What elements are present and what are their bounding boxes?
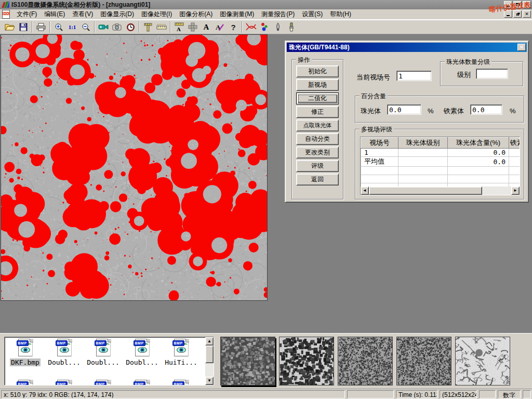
operations-group: 操作 初始化 新视场 二值化 修正 点取珠光体 自动分类 更改类别 评级 返回 — [291, 59, 343, 200]
file-item[interactable]: BMP — [45, 380, 84, 385]
pen-icon[interactable] — [271, 21, 285, 33]
menu-settings[interactable]: 设置(S) — [298, 9, 326, 20]
thumbnail-4[interactable] — [396, 337, 451, 385]
scroll-left-icon[interactable]: ◄ — [361, 187, 369, 195]
menu-image-display[interactable]: 图像显示(D) — [97, 9, 138, 20]
file-name[interactable]: DKF.bmp — [10, 358, 41, 366]
scrollbar-thumb[interactable] — [205, 345, 214, 363]
file-item[interactable]: BMP — [162, 380, 201, 385]
mdi-restore-button[interactable] — [513, 10, 522, 18]
zoom-out-icon[interactable] — [79, 21, 92, 33]
dialog-close-icon[interactable]: ✕ — [517, 44, 526, 51]
window-title: IS100显微摄像系统(金相分析版) - [zhuguangti01] — [11, 1, 150, 9]
bmp-file-icon: BMP — [172, 380, 190, 385]
file-item[interactable]: BMP — [123, 380, 162, 385]
cell — [398, 157, 448, 167]
file-item[interactable]: BMP — [6, 380, 45, 385]
rate-button[interactable]: 评级 — [296, 160, 339, 172]
file-name[interactable]: Doubl... — [86, 358, 121, 366]
table-row[interactable]: 1 0.0 — [361, 149, 521, 157]
file-name[interactable]: Doubl... — [125, 358, 159, 366]
video-camera-icon[interactable] — [97, 21, 110, 33]
binarize-button[interactable]: 二值化 — [296, 92, 339, 104]
pick-pearlite-button[interactable]: 点取珠光体 — [296, 119, 339, 131]
auto-classify-button[interactable]: 自动分类 — [296, 133, 339, 145]
zoom-in-icon[interactable] — [52, 21, 65, 33]
return-button[interactable]: 返回 — [296, 174, 339, 185]
file-item[interactable]: BMP DKF.bmp — [6, 339, 45, 366]
actual-size-icon[interactable]: 1:1 — [65, 21, 79, 33]
color-dots-icon[interactable] — [258, 21, 271, 33]
pearlite-input[interactable] — [387, 104, 421, 115]
file-item[interactable]: BMP Doubl... — [84, 339, 123, 366]
bmp-file-icon: BMP — [95, 339, 112, 357]
correct-button[interactable]: 修正 — [296, 106, 339, 118]
file-vscrollbar[interactable]: ▲ ▼ — [205, 337, 214, 385]
file-item[interactable]: BMP Doubl... — [123, 339, 162, 366]
menu-image-process[interactable]: 图像处理(I) — [138, 9, 176, 20]
scroll-down-icon[interactable]: ▼ — [205, 377, 214, 385]
capture-icon[interactable] — [110, 21, 124, 33]
scroll-right-icon[interactable]: ► — [511, 187, 520, 195]
help-icon[interactable]: ? — [227, 21, 240, 33]
table-row[interactable] — [361, 167, 521, 175]
save-icon[interactable] — [17, 21, 30, 33]
current-field-input[interactable] — [396, 71, 432, 81]
toolbar-separator — [242, 21, 243, 33]
clock-icon[interactable] — [124, 21, 137, 33]
file-name[interactable]: Doubl... — [47, 358, 82, 366]
workspace-background: 珠光体(GB/T9441-88) ✕ 操作 初始化 新视场 二值化 修正 点取珠… — [0, 34, 532, 333]
new-field-button[interactable]: 新视场 — [296, 79, 339, 91]
measure-text-icon[interactable]: A — [172, 21, 186, 33]
operations-group-label: 操作 — [296, 56, 312, 64]
dialog-title: 珠光体(GB/T9441-88) — [289, 43, 350, 52]
annotate-icon[interactable]: A — [213, 21, 227, 33]
thumbnail-2[interactable] — [279, 337, 334, 385]
thumbnail-5[interactable] — [455, 337, 510, 385]
grading-group: 珠光体数量分级 级别 — [440, 61, 523, 86]
ferrite-input[interactable] — [470, 104, 502, 115]
change-class-button[interactable]: 更改类别 — [296, 147, 339, 158]
menu-view[interactable]: 查看(V) — [69, 9, 97, 20]
status-bar: x: 510 y: 79 idx: 0 RGB: (174, 174, 174)… — [0, 389, 532, 399]
caliper-icon[interactable] — [141, 21, 155, 33]
title-bar: IS100显微摄像系统(金相分析版) - [zhuguangti01] ✕ — [0, 0, 532, 9]
menu-measure-report[interactable]: 测量报告(P) — [258, 9, 298, 20]
menu-image-analysis[interactable]: 图像分析(A) — [176, 9, 216, 20]
table-hscrollbar[interactable]: ◄ ► — [361, 187, 520, 195]
cell — [509, 149, 521, 157]
open-icon[interactable] — [3, 21, 17, 33]
menu-image-measure[interactable]: 图像测量(M) — [216, 9, 258, 20]
file-item[interactable]: BMP HuiTi... — [162, 339, 201, 366]
dialog-title-bar[interactable]: 珠光体(GB/T9441-88) ✕ — [287, 43, 527, 52]
scrollbar-thumb[interactable] — [369, 187, 482, 195]
level-input[interactable] — [476, 69, 508, 79]
cell — [509, 157, 521, 167]
brush-icon[interactable] — [285, 21, 298, 33]
metallographic-image[interactable] — [1, 34, 268, 301]
grid-icon[interactable] — [186, 21, 200, 33]
status-blank — [347, 390, 394, 398]
scroll-up-icon[interactable]: ▲ — [205, 337, 214, 345]
text-icon[interactable]: A — [200, 21, 213, 33]
menu-edit[interactable]: 编辑(E) — [41, 9, 69, 20]
col-pearlite-content: 珠光体含量(%) — [448, 138, 509, 149]
menu-file[interactable]: 文件(F) — [13, 9, 41, 20]
thumbnail-3[interactable] — [338, 337, 393, 385]
document-icon: DOC — [2, 10, 10, 19]
bmp-file-icon: BMP — [95, 380, 112, 385]
curve-tool-icon[interactable] — [244, 21, 258, 33]
mdi-close-button[interactable]: ✕ — [523, 10, 531, 18]
file-name[interactable]: HuiTi... — [164, 358, 198, 366]
thumbnail-1[interactable] — [220, 337, 275, 385]
table-row[interactable]: 平均值 0.0 — [361, 157, 521, 167]
cell: 平均值 — [361, 157, 398, 167]
ruler-icon[interactable] — [155, 21, 168, 33]
print-icon[interactable] — [34, 21, 48, 33]
menu-bar: DOC 文件(F) 编辑(E) 查看(V) 图像显示(D) 图像处理(I) 图像… — [0, 9, 532, 20]
init-button[interactable]: 初始化 — [296, 65, 339, 77]
menu-help[interactable]: 帮助(H) — [326, 9, 355, 20]
file-item[interactable]: BMP Doubl... — [45, 339, 84, 366]
file-item[interactable]: BMP — [84, 380, 123, 385]
table-row[interactable] — [361, 175, 521, 183]
